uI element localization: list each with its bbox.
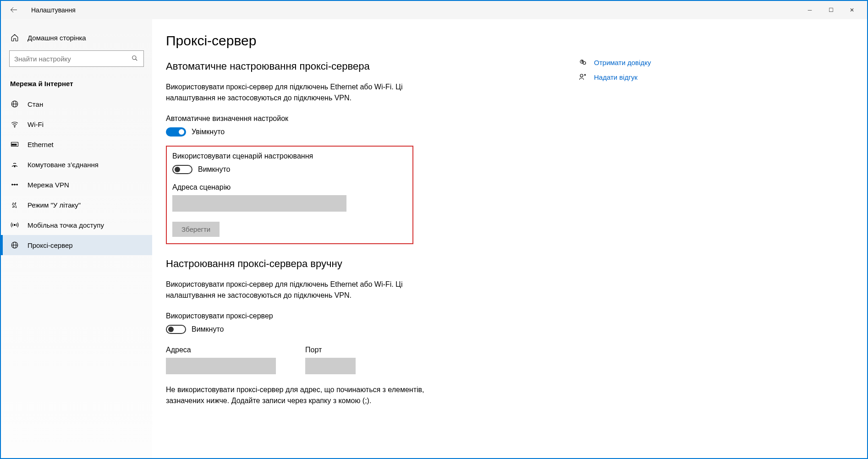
- help-icon: ?: [578, 58, 588, 67]
- sidebar-item-label: Проксі-сервер: [27, 241, 73, 249]
- home-label: Домашня сторінка: [27, 34, 86, 42]
- dialup-icon: [10, 160, 19, 169]
- ethernet-icon: [10, 140, 19, 149]
- script-save-button: Зберегти: [172, 222, 220, 237]
- get-help-link[interactable]: ? Отримати довідку: [578, 55, 753, 70]
- svg-point-23: [580, 74, 583, 77]
- sidebar-item-label: Ethernet: [27, 141, 54, 148]
- auto-detect-state: Увімкнуто: [192, 128, 225, 136]
- use-script-toggle[interactable]: [172, 165, 192, 174]
- auto-proxy-heading: Автоматичне настроювання проксі-сервера: [166, 60, 578, 72]
- use-proxy-label: Використовувати проксі-сервер: [166, 312, 578, 320]
- svg-point-10: [14, 166, 15, 167]
- toggle-thumb: [179, 129, 184, 135]
- svg-rect-9: [16, 144, 16, 145]
- get-help-label: Отримати довідку: [594, 59, 651, 66]
- globe-icon: [10, 99, 19, 109]
- window-title: Налаштування: [31, 6, 76, 14]
- give-feedback-label: Надати відгук: [594, 73, 637, 81]
- svg-line-1: [136, 59, 137, 61]
- exceptions-desc: Не використовувати проксі-сервер для адр…: [166, 384, 441, 406]
- use-proxy-toggle[interactable]: [166, 325, 186, 334]
- toggle-thumb: [168, 327, 174, 332]
- sidebar: Домашня сторінка Мережа й Інтернет Стан …: [1, 19, 152, 458]
- address-input: [166, 358, 276, 374]
- close-button[interactable]: ✕: [841, 3, 863, 17]
- sidebar-item-label: Комутоване з’єднання: [27, 161, 99, 169]
- sidebar-item-airplane[interactable]: Режим "У літаку": [1, 195, 152, 215]
- script-address-input: [172, 195, 346, 212]
- svg-rect-7: [12, 144, 13, 145]
- search-box[interactable]: [9, 50, 144, 67]
- hotspot-icon: [10, 220, 19, 230]
- airplane-icon: [10, 200, 19, 209]
- sidebar-item-proxy[interactable]: Проксі-сервер: [1, 235, 152, 255]
- use-proxy-state: Вимкнуто: [192, 325, 224, 333]
- manual-proxy-desc: Використовувати проксі-сервер для підклю…: [166, 279, 441, 301]
- home-icon: [10, 33, 19, 42]
- sidebar-item-vpn[interactable]: Мережа VPN: [1, 175, 152, 195]
- home-link[interactable]: Домашня сторінка: [1, 28, 152, 47]
- sidebar-item-label: Wi-Fi: [27, 120, 44, 128]
- toggle-thumb: [175, 167, 180, 172]
- sidebar-item-dialup[interactable]: Комутоване з’єднання: [1, 154, 152, 175]
- search-input[interactable]: [14, 55, 132, 63]
- svg-point-16: [14, 224, 16, 226]
- port-label: Порт: [305, 346, 356, 354]
- sidebar-item-ethernet[interactable]: Ethernet: [1, 134, 152, 154]
- main-content: Проксі-сервер Автоматичне настроювання п…: [166, 33, 578, 458]
- port-input: [305, 358, 356, 374]
- feedback-icon: [578, 72, 588, 82]
- svg-text:?: ?: [582, 60, 583, 63]
- search-icon: [132, 55, 139, 62]
- sidebar-item-wifi[interactable]: Wi-Fi: [1, 114, 152, 134]
- use-script-state: Вимкнуто: [198, 165, 231, 174]
- address-label: Адреса: [166, 346, 276, 354]
- auto-detect-label: Автоматичне визначення настройок: [166, 115, 578, 123]
- sidebar-item-label: Стан: [27, 100, 43, 108]
- sidebar-item-label: Мобільна точка доступу: [27, 221, 104, 229]
- manual-proxy-heading: Настроювання проксі-сервера вручну: [166, 258, 578, 270]
- maximize-button[interactable]: ☐: [820, 3, 841, 17]
- titlebar: 🡠 Налаштування ─ ☐ ✕: [1, 1, 867, 19]
- script-address-label: Адреса сценарію: [172, 183, 407, 191]
- svg-point-5: [14, 126, 15, 127]
- category-title: Мережа й Інтернет: [1, 75, 152, 94]
- auto-proxy-desc: Використовувати проксі-сервер для підклю…: [166, 82, 441, 104]
- wifi-icon: [10, 120, 19, 129]
- globe-icon: [10, 240, 19, 250]
- sidebar-item-label: Мережа VPN: [27, 181, 69, 189]
- svg-rect-8: [14, 144, 15, 145]
- svg-point-0: [132, 56, 136, 60]
- right-panel: ? Отримати довідку Надати відгук: [578, 33, 753, 458]
- auto-detect-toggle[interactable]: [166, 127, 186, 137]
- sidebar-item-hotspot[interactable]: Мобільна точка доступу: [1, 215, 152, 235]
- sidebar-item-label: Режим "У літаку": [27, 201, 81, 209]
- page-title: Проксі-сервер: [166, 33, 578, 49]
- minimize-button[interactable]: ─: [799, 3, 820, 17]
- use-script-label: Використовувати сценарій настроювання: [172, 152, 407, 160]
- vpn-icon: [10, 180, 19, 189]
- sidebar-item-status[interactable]: Стан: [1, 94, 152, 114]
- svg-point-21: [583, 62, 586, 65]
- give-feedback-link[interactable]: Надати відгук: [578, 70, 753, 84]
- script-setup-highlight: Використовувати сценарій настроювання Ви…: [166, 146, 413, 244]
- back-button[interactable]: 🡠: [5, 4, 22, 16]
